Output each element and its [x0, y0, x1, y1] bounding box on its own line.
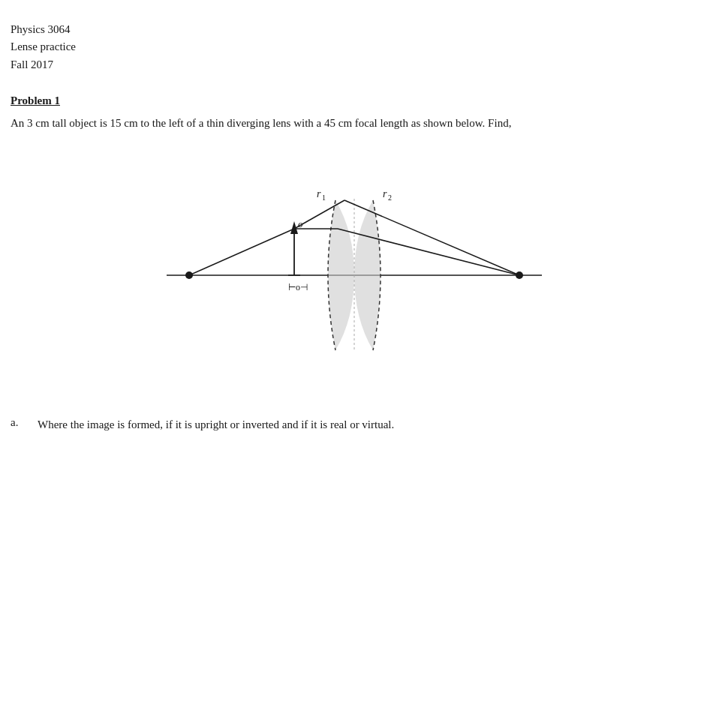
svg-text:r: r [383, 188, 387, 200]
subtitle: Lense practice [11, 38, 698, 56]
lens-diagram: r 1 r 2 o ⊢o⊣ [144, 154, 564, 394]
svg-text:⊢o⊣: ⊢o⊣ [288, 282, 308, 292]
svg-text:o: o [298, 218, 303, 230]
problem-description: An 3 cm tall object is 15 cm to the left… [11, 115, 656, 132]
semester: Fall 2017 [11, 56, 698, 74]
svg-text:2: 2 [388, 194, 392, 202]
problem-title: Problem 1 [11, 94, 698, 107]
svg-text:1: 1 [322, 194, 326, 202]
svg-line-7 [189, 229, 294, 275]
answer-a-label: a. [11, 416, 38, 429]
problem-section: Problem 1 An 3 cm tall object is 15 cm t… [11, 94, 698, 434]
diagram-container: r 1 r 2 o ⊢o⊣ [11, 154, 698, 394]
answer-a-section: a. Where the image is formed, if it is u… [11, 416, 698, 434]
svg-text:r: r [317, 188, 321, 200]
course-title: Physics 3064 [11, 21, 698, 38]
answer-a-text: Where the image is formed, if it is upri… [38, 416, 394, 434]
header-section: Physics 3064 Lense practice Fall 2017 [11, 21, 698, 74]
